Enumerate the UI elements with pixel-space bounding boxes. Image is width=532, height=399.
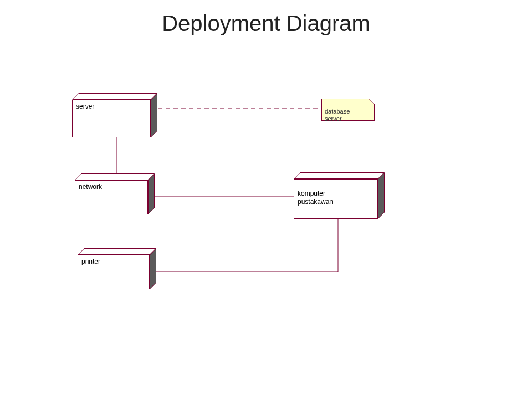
node-printer-label: printer: [81, 258, 100, 265]
node-komputer-label: komputer pustakawan: [298, 190, 333, 205]
node-network-label: network: [79, 183, 102, 191]
link-komputer-printer: [156, 219, 338, 272]
note-fold-inner: [369, 99, 374, 104]
note-database: database server: [321, 99, 375, 121]
node-server-label: server: [76, 103, 94, 110]
diagram-canvas: server network komputer pustakawan print…: [0, 0, 532, 399]
note-database-text: database server: [325, 108, 350, 122]
